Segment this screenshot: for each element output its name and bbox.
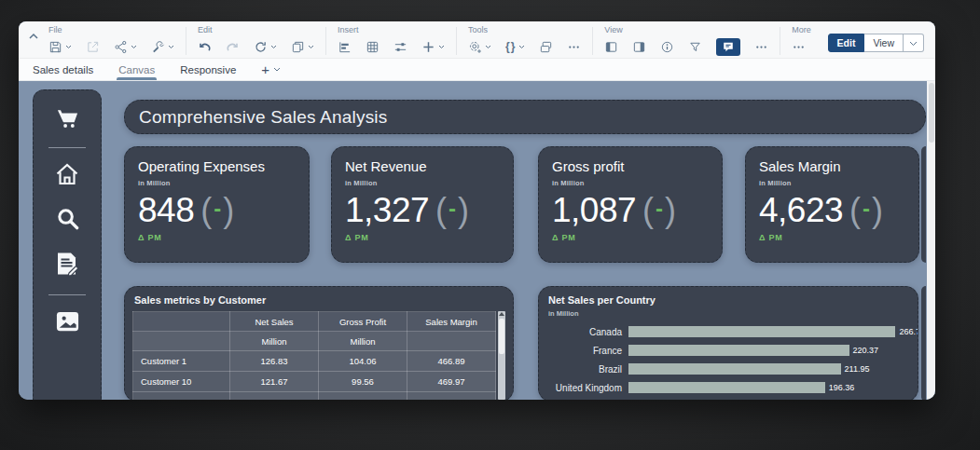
row-label-cell[interactable]: Customer 2 bbox=[133, 392, 230, 401]
share-icon[interactable] bbox=[114, 40, 137, 54]
data-cell[interactable]: 126.83 bbox=[230, 351, 319, 372]
icon-sidebar-widget bbox=[33, 89, 102, 400]
data-cell[interactable]: 104.06 bbox=[319, 351, 407, 372]
kpi-tile-sales-margin[interactable]: Sales Margin in Million 4,623(-) Δ PM bbox=[745, 146, 919, 263]
variance-paren: ( bbox=[200, 191, 212, 229]
mode-dropdown-button[interactable] bbox=[904, 34, 924, 52]
refresh-icon[interactable] bbox=[254, 40, 277, 54]
right-panel-icon[interactable] bbox=[632, 40, 646, 54]
kpi-value: 1,087 bbox=[552, 191, 636, 229]
kpi-tile-operating-expenses[interactable]: Operating Expenses in Million 848(-) Δ P… bbox=[124, 146, 310, 263]
overflow-icon[interactable] bbox=[567, 40, 581, 54]
column-subheader[interactable] bbox=[133, 332, 230, 351]
data-cell[interactable]: 469.97 bbox=[407, 372, 496, 392]
app-window: File Edit bbox=[19, 21, 935, 400]
compose-icon[interactable] bbox=[55, 251, 79, 280]
column-subheader[interactable]: Million bbox=[230, 332, 319, 351]
collapse-toolbar-button[interactable] bbox=[28, 27, 39, 44]
braces-glyph: {} bbox=[505, 40, 516, 53]
edit-mode-button[interactable]: Edit bbox=[828, 34, 865, 52]
column-header[interactable]: Gross Profit bbox=[319, 312, 407, 332]
scrollbar-thumb[interactable] bbox=[499, 319, 504, 354]
image-icon[interactable] bbox=[55, 310, 80, 336]
overflow-icon[interactable] bbox=[754, 40, 768, 54]
tab-canvas[interactable]: Canvas bbox=[118, 59, 155, 80]
undo-icon[interactable] bbox=[198, 40, 212, 54]
toolbar-separator bbox=[325, 27, 326, 55]
view-mode-button[interactable]: View bbox=[864, 34, 904, 52]
value-label: 196.36 bbox=[829, 383, 855, 392]
scrollbar-thumb[interactable] bbox=[929, 83, 934, 143]
script-braces-icon[interactable]: {} bbox=[505, 40, 525, 53]
data-cell[interactable]: 121.67 bbox=[230, 372, 319, 392]
toolbar-group-more: More bbox=[792, 25, 811, 56]
customer-table-widget[interactable]: Sales metrics by Customer Net SalesGross… bbox=[124, 286, 514, 400]
home-icon[interactable] bbox=[54, 161, 80, 191]
kpi-title: Gross profit bbox=[552, 158, 709, 174]
table-row: Customer 2125.53102.58440.85 bbox=[133, 392, 496, 401]
column-header[interactable]: Sales Margin bbox=[407, 312, 496, 332]
tab-sales-details[interactable]: Sales details bbox=[33, 59, 93, 80]
comment-icon[interactable] bbox=[716, 38, 740, 56]
bar[interactable] bbox=[628, 363, 841, 375]
shopping-cart-icon[interactable] bbox=[55, 106, 80, 135]
wrench-icon[interactable] bbox=[151, 40, 174, 54]
row-label-cell[interactable]: Customer 10 bbox=[133, 372, 230, 392]
column-subheader[interactable] bbox=[407, 332, 496, 351]
bar[interactable] bbox=[628, 345, 849, 356]
copy-pages-icon[interactable] bbox=[291, 40, 314, 54]
value-label: 211.95 bbox=[845, 364, 870, 374]
data-cell[interactable]: 99.56 bbox=[319, 372, 407, 392]
input-control-icon[interactable] bbox=[393, 40, 407, 54]
table-icon[interactable] bbox=[366, 40, 380, 54]
category-label: France bbox=[548, 346, 628, 356]
toolbar-separator bbox=[456, 27, 457, 55]
overflow-icon[interactable] bbox=[792, 40, 806, 54]
column-subheader[interactable]: Million bbox=[319, 332, 407, 351]
data-cell[interactable]: 440.85 bbox=[407, 392, 496, 401]
gear-icon[interactable] bbox=[468, 40, 491, 54]
tab-label: Responsive bbox=[180, 64, 236, 75]
data-cell[interactable]: 125.53 bbox=[230, 392, 319, 401]
data-cell[interactable]: 466.89 bbox=[407, 351, 496, 372]
add-icon[interactable] bbox=[421, 40, 445, 54]
save-icon[interactable] bbox=[48, 40, 72, 54]
kpi-tile-net-revenue[interactable]: Net Revenue in Million 1,327(-) Δ PM bbox=[331, 146, 514, 263]
scroll-up-icon[interactable] bbox=[499, 312, 504, 316]
variance-dash: - bbox=[214, 196, 221, 221]
duplicate-icon[interactable] bbox=[539, 40, 553, 54]
customer-table-head: Net SalesGross ProfitSales MarginMillion… bbox=[133, 312, 496, 351]
chart-icon[interactable] bbox=[338, 40, 352, 54]
toolbar-separator bbox=[186, 27, 186, 55]
kpi-delta: Δ PM bbox=[138, 233, 296, 242]
row-label-cell[interactable]: Customer 1 bbox=[133, 351, 230, 372]
search-icon[interactable] bbox=[55, 206, 80, 235]
add-page-button[interactable]: + bbox=[261, 59, 281, 80]
info-icon[interactable] bbox=[660, 40, 674, 54]
tab-responsive[interactable]: Responsive bbox=[180, 59, 236, 80]
table-row: Customer 10121.6799.56469.97 bbox=[133, 372, 496, 392]
story-canvas: Comprehensive Sales Analysis Operating E… bbox=[19, 81, 935, 400]
column-header[interactable]: Net Sales bbox=[230, 312, 319, 332]
kpi-tile-gross-profit[interactable]: Gross profit in Million 1,087(-) Δ PM bbox=[538, 146, 723, 263]
table-scrollbar[interactable] bbox=[498, 311, 505, 400]
toolbar-separator bbox=[780, 27, 780, 55]
variance-paren: ) bbox=[458, 191, 469, 229]
variance-dash: - bbox=[863, 196, 870, 221]
bar-row: United Kingdom196.36 bbox=[548, 378, 914, 397]
column-header[interactable] bbox=[133, 312, 230, 332]
left-panel-icon[interactable] bbox=[604, 40, 618, 54]
country-bar-chart-widget[interactable]: Net Sales per Country in Million Canada2… bbox=[538, 286, 918, 400]
group-label: File bbox=[48, 25, 174, 35]
group-label: More bbox=[792, 25, 811, 35]
bar[interactable] bbox=[628, 382, 825, 393]
group-label: Tools bbox=[468, 25, 581, 35]
canvas-scrollbar[interactable] bbox=[927, 81, 935, 400]
bar[interactable] bbox=[628, 326, 895, 337]
page-title[interactable]: Comprehensive Sales Analysis bbox=[124, 100, 926, 134]
kpi-unit: in Million bbox=[138, 179, 296, 187]
kpi-delta: Δ PM bbox=[345, 233, 500, 242]
data-cell[interactable]: 102.58 bbox=[319, 392, 407, 401]
filter-icon[interactable] bbox=[688, 40, 702, 54]
toolbar-group-insert: Insert bbox=[338, 25, 445, 56]
